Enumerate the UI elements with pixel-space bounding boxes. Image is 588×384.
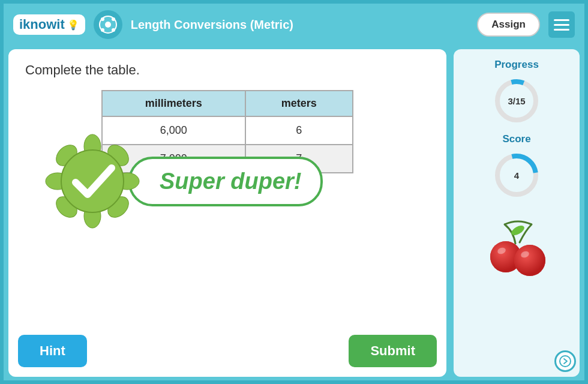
logo-box: iknowit 💡 <box>13 14 85 35</box>
left-panel: Complete the table. millimeters meters 6… <box>8 49 446 377</box>
svg-point-3 <box>112 17 115 21</box>
progress-value: 3/15 <box>508 96 525 106</box>
checkmark-badge <box>44 133 140 229</box>
svg-point-1 <box>105 22 111 28</box>
score-section: Score 4 <box>493 133 541 199</box>
logo-text: iknowit <box>19 18 65 31</box>
main-content: Complete the table. millimeters meters 6… <box>4 46 584 380</box>
assign-button[interactable]: Assign <box>477 13 540 37</box>
progress-label: Progress <box>494 59 539 71</box>
lesson-title: Length Conversions (Metric) <box>131 18 469 32</box>
question-instruction: Complete the table. <box>25 62 430 78</box>
progress-chart: 3/15 <box>493 77 541 125</box>
feedback-text-box: Super duper! <box>128 157 323 206</box>
col-header-meters: meters <box>245 91 353 116</box>
svg-point-4 <box>101 28 104 32</box>
hamburger-line-2 <box>554 24 569 26</box>
menu-button[interactable] <box>548 11 575 38</box>
film-icon <box>94 10 122 39</box>
feedback-message: Super duper! <box>160 169 301 194</box>
hamburger-line-3 <box>554 29 569 31</box>
nav-arrow[interactable] <box>554 350 576 372</box>
svg-point-23 <box>514 245 545 276</box>
svg-point-14 <box>61 150 124 212</box>
score-label: Score <box>502 133 530 145</box>
app-frame: iknowit 💡 Length Conversions (Metric) As… <box>0 0 588 384</box>
bulb-icon: 💡 <box>67 19 79 31</box>
right-panel: Progress 3/15 Score 4 <box>454 49 580 377</box>
svg-point-5 <box>112 28 115 32</box>
hint-button[interactable]: Hint <box>18 335 87 367</box>
progress-section: Progress 3/15 <box>493 59 541 125</box>
submit-button[interactable]: Submit <box>349 335 437 367</box>
header: iknowit 💡 Length Conversions (Metric) As… <box>4 4 584 46</box>
score-chart: 4 <box>493 151 541 199</box>
score-value: 4 <box>514 170 519 181</box>
cherry-decoration <box>481 214 553 287</box>
logo-container: iknowit 💡 <box>13 14 85 35</box>
bottom-buttons: Hint Submit <box>18 335 437 367</box>
svg-point-26 <box>560 356 571 367</box>
hamburger-line-1 <box>554 19 569 21</box>
col-header-millimeters: millimeters <box>102 91 245 116</box>
feedback-overlay: Super duper! <box>44 133 323 229</box>
svg-point-2 <box>101 17 104 21</box>
